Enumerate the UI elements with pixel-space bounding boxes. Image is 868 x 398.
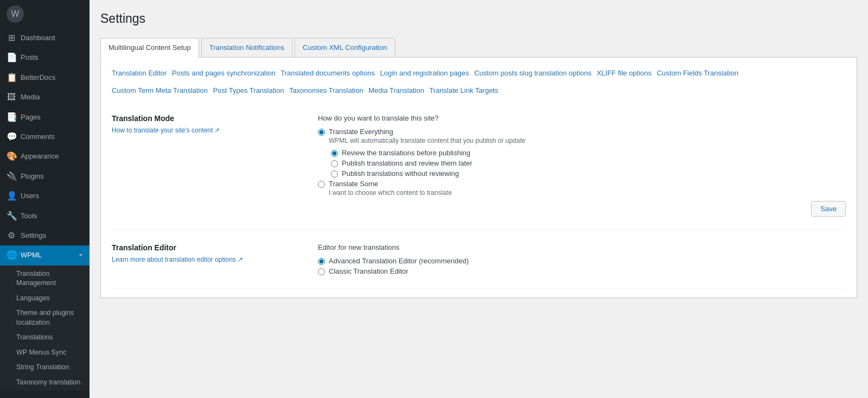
wpml-submenu: Translation Management Languages Theme a… — [0, 266, 90, 391]
link-translated-docs[interactable]: Translated documents options — [280, 69, 375, 77]
tab-multilingual[interactable]: Multilingual Content Setup — [100, 38, 199, 58]
link-media-translation[interactable]: Media Translation — [368, 86, 424, 94]
sidebar-sub-theme-plugins[interactable]: Theme and plugins localization — [0, 306, 90, 330]
sidebar-item-label: Dashboard — [21, 33, 55, 43]
wpml-icon: 🌐 — [7, 249, 16, 261]
radio-review-before[interactable] — [331, 150, 338, 157]
link-custom-fields[interactable]: Custom Fields Translation — [657, 69, 738, 77]
sub-label: Theme and plugins localization — [16, 309, 74, 326]
link-login-registration[interactable]: Login and registration pages — [380, 69, 469, 77]
option-label: Translate Everything — [329, 128, 525, 136]
sidebar-item-label: Users — [21, 191, 39, 201]
translation-mode-right: How do you want to translate this site? … — [318, 114, 846, 217]
translation-mode-left: Translation Mode How to translate your s… — [112, 114, 296, 217]
sidebar-item-users[interactable]: 👤 Users — [0, 186, 90, 206]
sidebar-item-posts[interactable]: 📄 Posts — [0, 48, 90, 67]
sub-option-review-before[interactable]: Review the translations before publishin… — [331, 149, 846, 157]
sidebar-item-appearance[interactable]: 🎨 Appearance — [0, 147, 90, 166]
tab-notifications[interactable]: Translation Notifications — [201, 38, 292, 57]
comments-icon: 💬 — [7, 131, 16, 143]
option-translate-some[interactable]: Translate Some I want to choose which co… — [318, 180, 846, 197]
sub-option-publish-review-later[interactable]: Publish translations and review them lat… — [331, 159, 846, 167]
sidebar-item-label: Settings — [21, 231, 46, 241]
sidebar-sub-taxonomy-translation[interactable]: Taxonomy translation — [0, 375, 90, 390]
radio-publish-review-later[interactable] — [331, 160, 338, 167]
link-posts-sync[interactable]: Posts and pages synchronization — [172, 69, 276, 77]
option-label: Classic Translation Editor — [329, 267, 409, 275]
translation-mode-title: Translation Mode — [112, 114, 296, 123]
wpml-arrow-icon — [79, 254, 83, 256]
sub-option-label: Publish translations without reviewing — [342, 169, 459, 178]
translation-editor-title: Translation Editor — [112, 243, 296, 252]
sidebar-item-dashboard[interactable]: ⊞ Dashboard — [0, 28, 90, 48]
wp-logo-icon: W — [7, 5, 24, 23]
link-translation-editor[interactable]: Translation Editor — [112, 69, 167, 77]
media-icon: 🖼 — [7, 91, 16, 103]
sidebar: W ⊞ Dashboard 📄 Posts 📋 BetterDocs 🖼 Med… — [0, 0, 90, 398]
save-button[interactable]: Save — [811, 201, 846, 217]
sidebar-item-label: Comments — [21, 132, 55, 142]
external-link-icon: ↗ — [214, 127, 220, 134]
sidebar-item-label: Media — [21, 92, 40, 102]
settings-links-row2: Custom Term Meta Translation Post Types … — [112, 84, 846, 98]
translation-editor-question: Editor for new translations — [318, 243, 846, 251]
appearance-icon: 🎨 — [7, 150, 16, 162]
radio-publish-no-review[interactable] — [331, 170, 338, 178]
translation-editor-left: Translation Editor Learn more about tran… — [112, 243, 296, 275]
link-custom-posts-slug[interactable]: Custom posts slug translation options — [474, 69, 591, 77]
option-advanced-editor[interactable]: Advanced Translation Editor (recommended… — [318, 257, 846, 265]
betterdocs-icon: 📋 — [7, 72, 16, 84]
dashboard-icon: ⊞ — [7, 32, 16, 44]
radio-classic-editor[interactable] — [318, 268, 325, 275]
sub-option-label: Review the translations before publishin… — [342, 149, 470, 157]
sidebar-sub-translations[interactable]: Translations — [0, 330, 90, 345]
radio-translate-some[interactable] — [318, 181, 325, 188]
translation-mode-options: Translate Everything WPML will automatic… — [318, 128, 846, 197]
sidebar-item-pages[interactable]: 📑 Pages — [0, 108, 90, 127]
sub-option-publish-no-review[interactable]: Publish translations without reviewing — [331, 169, 846, 178]
sidebar-sub-wp-menus-sync[interactable]: WP Menus Sync — [0, 345, 90, 361]
sub-label: Taxonomy translation — [16, 378, 80, 386]
sidebar-item-betterdocs[interactable]: 📋 BetterDocs — [0, 68, 90, 87]
sidebar-sub-string-translation[interactable]: String Translation — [0, 360, 90, 375]
section-link-text: How to translate your site's content — [112, 127, 213, 134]
translation-mode-section: Translation Mode How to translate your s… — [112, 101, 846, 230]
link-post-types[interactable]: Post Types Translation — [213, 86, 284, 94]
sidebar-item-plugins[interactable]: 🔌 Plugins — [0, 167, 90, 186]
link-translate-link-targets[interactable]: Translate Link Targets — [429, 86, 498, 94]
translation-mode-help-link[interactable]: How to translate your site's content ↗ — [112, 127, 220, 134]
tab-xml[interactable]: Custom XML Configuration — [295, 38, 395, 57]
settings-icon: ⚙ — [7, 230, 16, 242]
users-icon: 👤 — [7, 190, 16, 202]
sidebar-item-tools[interactable]: 🔧 Tools — [0, 206, 90, 226]
sidebar-item-label: Posts — [21, 53, 39, 62]
main-content: Settings Multilingual Content Setup Tran… — [90, 0, 868, 398]
option-translate-everything[interactable]: Translate Everything WPML will automatic… — [318, 128, 846, 144]
radio-advanced-editor[interactable] — [318, 258, 325, 265]
translation-editor-options: Advanced Translation Editor (recommended… — [318, 257, 846, 275]
sidebar-item-label: WPML — [21, 250, 42, 260]
link-taxonomies[interactable]: Taxonomies Translation — [289, 86, 363, 94]
posts-icon: 📄 — [7, 52, 16, 64]
translation-editor-help-link[interactable]: Learn more about translation editor opti… — [112, 256, 243, 263]
tools-icon: 🔧 — [7, 210, 16, 222]
sidebar-sub-translation-management[interactable]: Translation Management — [0, 267, 90, 291]
translation-mode-question: How do you want to translate this site? — [318, 114, 846, 122]
sub-option-label: Publish translations and review them lat… — [342, 159, 473, 167]
page-title: Settings — [100, 11, 857, 27]
translation-editor-section: Translation Editor Learn more about tran… — [112, 230, 846, 289]
pages-icon: 📑 — [7, 111, 16, 123]
option-classic-editor[interactable]: Classic Translation Editor — [318, 267, 846, 275]
link-xliff[interactable]: XLIFF file options — [597, 69, 652, 77]
sidebar-item-media[interactable]: 🖼 Media — [0, 87, 90, 107]
link-custom-term-meta[interactable]: Custom Term Meta Translation — [112, 86, 208, 94]
sidebar-sub-languages[interactable]: Languages — [0, 291, 90, 306]
sidebar-item-label: BetterDocs — [21, 73, 55, 83]
sidebar-item-label: Pages — [21, 112, 41, 122]
sidebar-item-wpml[interactable]: 🌐 WPML — [0, 245, 90, 265]
sidebar-item-comments[interactable]: 💬 Comments — [0, 127, 90, 147]
sidebar-item-settings[interactable]: ⚙ Settings — [0, 226, 90, 245]
option-label: Advanced Translation Editor (recommended… — [329, 257, 469, 265]
save-row: Save — [318, 197, 846, 217]
radio-translate-everything[interactable] — [318, 129, 325, 136]
